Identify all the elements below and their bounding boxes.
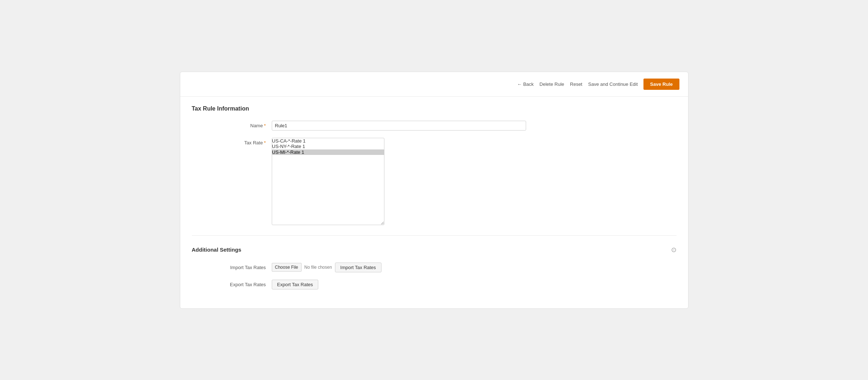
export-tax-rates-label: Export Tax Rates — [192, 280, 272, 287]
reset-button[interactable]: Reset — [570, 81, 582, 87]
back-button[interactable]: ← Back — [517, 81, 534, 87]
section-divider — [192, 235, 677, 236]
choose-file-button[interactable]: Choose File — [272, 263, 302, 272]
tax-rate-option-ca[interactable]: US-CA-*-Rate 1 — [272, 138, 384, 144]
toolbar: ← Back Delete Rule Reset Save and Contin… — [180, 72, 688, 97]
tax-rate-form-row: Tax Rate* US-CA-*-Rate 1 US-NY-*-Rate 1 … — [192, 138, 677, 225]
save-continue-button[interactable]: Save and Continue Edit — [588, 81, 638, 87]
tax-rate-option-mi[interactable]: US-MI-*-Rate 1 — [272, 149, 384, 155]
save-rule-button[interactable]: Save Rule — [643, 79, 679, 90]
export-tax-rates-button[interactable]: Export Tax Rates — [272, 280, 319, 289]
content-area: Tax Rule Information Name* Tax Rate* US-… — [180, 97, 688, 308]
import-tax-rates-button[interactable]: Import Tax Rates — [335, 263, 381, 272]
export-tax-rates-row: Export Tax Rates Export Tax Rates — [192, 280, 677, 289]
name-control-wrap — [272, 121, 526, 131]
tax-rate-control-wrap: US-CA-*-Rate 1 US-NY-*-Rate 1 US-MI-*-Ra… — [272, 138, 526, 225]
collapse-icon[interactable]: ⊙ — [671, 246, 677, 254]
name-form-row: Name* — [192, 121, 677, 131]
additional-settings-header: Additional Settings ⊙ — [192, 246, 677, 254]
name-input[interactable] — [272, 121, 526, 131]
additional-settings-title: Additional Settings — [192, 247, 242, 253]
import-tax-rates-label: Import Tax Rates — [192, 263, 272, 270]
tax-rate-option-ny[interactable]: US-NY-*-Rate 1 — [272, 144, 384, 149]
main-card: ← Back Delete Rule Reset Save and Contin… — [180, 72, 689, 309]
export-tax-rates-wrap: Export Tax Rates — [272, 280, 526, 289]
tax-rate-select[interactable]: US-CA-*-Rate 1 US-NY-*-Rate 1 US-MI-*-Ra… — [272, 138, 384, 225]
no-file-chosen-label: No file chosen — [304, 265, 332, 270]
file-input-wrap: Choose File No file chosen Import Tax Ra… — [272, 263, 526, 272]
section-title-tax-rule: Tax Rule Information — [192, 105, 677, 112]
tax-rate-label: Tax Rate* — [192, 138, 272, 145]
delete-rule-button[interactable]: Delete Rule — [540, 81, 564, 87]
name-label: Name* — [192, 121, 272, 128]
import-tax-rates-row: Import Tax Rates Choose File No file cho… — [192, 263, 677, 272]
import-tax-rates-wrap: Choose File No file chosen Import Tax Ra… — [272, 263, 526, 272]
